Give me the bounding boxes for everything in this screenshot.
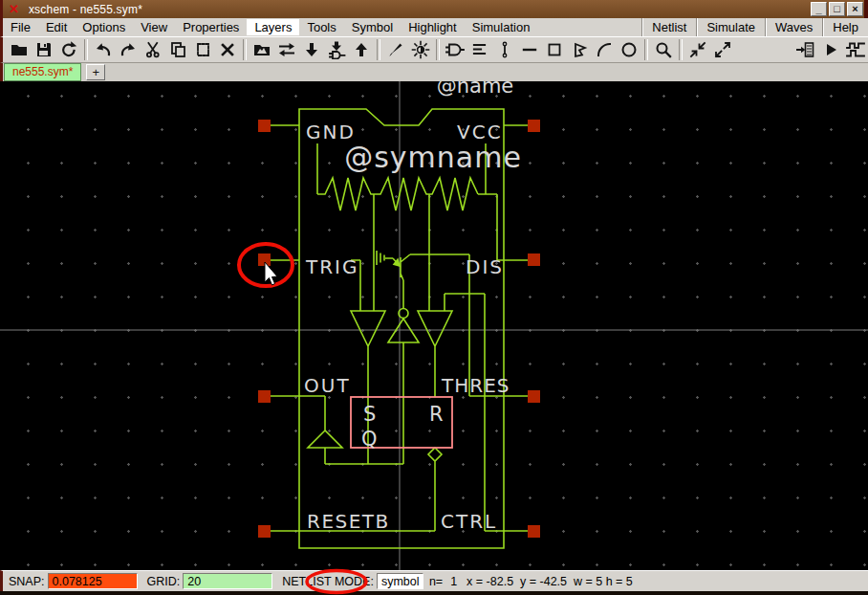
toolbar-separator [436,39,440,60]
toolbar-separator [644,39,648,60]
edit-properties-icon[interactable] [383,38,408,61]
menu-bar: File Edit Options View Properties Layers… [0,18,868,36]
paste-icon[interactable] [190,38,215,61]
label-r: R [429,403,444,426]
label-vcc: VCC [457,121,503,143]
menu-layers[interactable]: Layers [247,19,299,35]
xschem-logo-icon: ✕ [9,0,19,18]
menu-netlist[interactable]: Netlist [641,18,696,36]
window-border [864,0,868,18]
tab-ne555-sym[interactable]: ne555.sym* [4,63,81,81]
toolbar-separator [84,39,88,60]
toolbar-separator [377,39,380,60]
label-gnd: GND [306,121,356,143]
grid-label: GRID: [147,575,181,588]
redo-icon[interactable] [116,38,141,61]
swap-icon[interactable] [274,38,299,61]
pin-dis[interactable] [528,253,540,266]
copy-icon[interactable] [165,38,190,61]
toolbar [0,36,868,62]
maximize-button[interactable]: □ [829,2,845,16]
delete-icon[interactable] [215,38,240,61]
symbol-outline [299,109,504,548]
netlist-mode-label: NETLIST MODE: [282,575,374,588]
close-button[interactable]: × [847,2,863,16]
netlist-mode-field[interactable]: symbol [377,573,423,589]
menu-tools[interactable]: Tools [299,19,343,35]
instance-count-label: n= [429,575,443,588]
instance-count-value: 1 [450,575,457,588]
tab-bar: ne555.sym* + [0,62,868,81]
label-q: Q [361,428,378,451]
insert-rect-icon[interactable] [542,38,567,61]
menu-properties[interactable]: Properties [175,19,247,35]
window-bottom-border [0,591,868,595]
label-resetb: RESETB [307,510,390,533]
make-symbol-icon[interactable] [443,38,467,61]
insert-line-icon[interactable] [517,38,542,61]
new-tab-button[interactable]: + [86,64,105,80]
zoom-in-icon[interactable] [685,38,710,61]
grid-field[interactable]: 20 [183,573,272,589]
minimize-button[interactable]: _ [811,2,827,16]
window-title: xschem - ne555.sym* [29,3,142,16]
pin-trig[interactable] [258,253,271,266]
zoom-box-icon[interactable] [651,38,676,61]
menu-highlight[interactable]: Highlight [401,19,465,35]
undo-icon[interactable] [91,38,116,61]
snap-label: SNAP: [9,575,45,588]
push-down-icon[interactable] [299,38,324,61]
menu-symbol[interactable]: Symbol [344,19,401,35]
pin-thres[interactable] [528,390,540,403]
pin-ctrl[interactable] [528,525,540,538]
menu-view[interactable]: View [133,19,175,35]
menu-simulate[interactable]: Simulate [696,18,765,36]
snap-field[interactable]: 0.078125 [48,573,138,589]
toolbar-separator [679,39,683,60]
pop-up-icon[interactable] [349,38,374,61]
pin-out[interactable] [258,390,271,403]
menu-help[interactable]: Help [822,18,868,36]
insert-symbol-icon[interactable] [250,38,274,61]
menu-edit[interactable]: Edit [38,19,75,35]
waves-icon[interactable] [843,38,868,61]
menu-waves[interactable]: Waves [765,18,822,36]
insert-circle-icon[interactable] [617,38,641,61]
reload-icon[interactable] [56,38,81,61]
open-file-icon[interactable] [7,38,32,61]
menu-file[interactable]: File [3,19,38,35]
descend-symbol-icon[interactable] [324,38,349,61]
label-ctrl: CTRL [441,510,497,533]
cut-icon[interactable] [141,38,165,61]
label-thres: THRES [441,374,510,397]
pin-vcc[interactable] [528,120,540,132]
insert-arc-icon[interactable] [592,38,617,61]
label-dis: DIS [466,255,504,278]
label-name: @name [437,81,514,98]
pin-gnd[interactable] [258,120,271,132]
label-symname: @symname [344,141,522,174]
insert-wire-icon[interactable] [492,38,517,61]
status-bar: SNAP: 0.078125 GRID: 20 NETLIST MODE: sy… [0,570,868,591]
pin-resetb[interactable] [258,525,271,538]
toolbar-separator [243,39,247,60]
label-trig: TRIG [305,255,359,278]
netlist-icon[interactable] [793,38,818,61]
coordinates-readout: x = -82.5 y = -42.5 w = 5 h = 5 [467,575,633,588]
canvas[interactable]: @name @symname GND VCC TRIG DIS OUT THRE… [0,81,868,570]
menu-simulation[interactable]: Simulation [465,19,538,35]
zoom-out-icon[interactable] [710,38,735,61]
label-out: OUT [304,374,351,397]
simulate-icon[interactable] [818,38,843,61]
insert-polygon-icon[interactable] [567,38,592,61]
toggle-light-icon[interactable] [408,38,433,61]
save-icon[interactable] [32,38,56,61]
title-bar[interactable]: ✕ xschem - ne555.sym* _ □ × [0,0,868,18]
insert-text-icon[interactable] [467,38,492,61]
menu-options[interactable]: Options [75,19,133,35]
label-s: S [363,403,376,426]
